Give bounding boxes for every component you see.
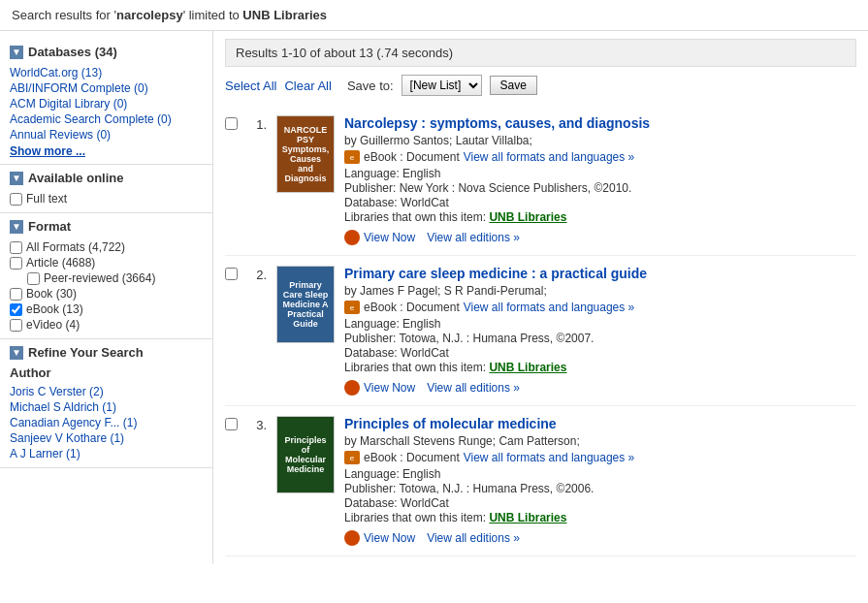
db-link-2[interactable]: ACM Digital Library (0) bbox=[10, 96, 203, 111]
result-title-2[interactable]: Primary care sleep medicine : a practica… bbox=[344, 266, 856, 281]
result-title-1[interactable]: Narcolepsy : symptoms, causes, and diagn… bbox=[344, 115, 856, 131]
db-link-0[interactable]: WorldCat.org (13) bbox=[10, 65, 203, 80]
unb-link-2[interactable]: UNB Libraries bbox=[489, 361, 566, 374]
full-text-label[interactable]: Full text bbox=[10, 191, 203, 206]
format-title: ▼ Format bbox=[10, 219, 203, 234]
format-all[interactable]: All Formats (4,722) bbox=[10, 239, 203, 255]
refine-title: ▼ Refine Your Search bbox=[10, 345, 203, 360]
clear-all-link[interactable]: Clear All bbox=[284, 79, 331, 93]
format-article-checkbox[interactable] bbox=[10, 257, 22, 270]
result-type-3: eBook : Document bbox=[364, 451, 460, 464]
format-evideo-checkbox[interactable] bbox=[10, 319, 22, 332]
format-link-3[interactable]: View all formats and languages » bbox=[464, 451, 635, 464]
result-details-1: Narcolepsy : symptoms, causes, and diagn… bbox=[344, 115, 856, 245]
author-link-1[interactable]: Michael S Aldrich (1) bbox=[10, 399, 203, 415]
result-libraries-2: Libraries that own this item: UNB Librar… bbox=[344, 361, 856, 374]
refine-section: ▼ Refine Your Search Author Joris C Vers… bbox=[0, 339, 212, 468]
result-publisher-1: Publisher: New York : Nova Science Publi… bbox=[344, 181, 856, 195]
databases-section: ▼ Databases (34) WorldCat.org (13) ABI/I… bbox=[0, 39, 212, 165]
show-more-link[interactable]: Show more ... bbox=[10, 144, 203, 158]
result-libraries-1: Libraries that own this item: UNB Librar… bbox=[344, 210, 856, 224]
result-checkbox-1[interactable] bbox=[225, 117, 238, 130]
select-all-link[interactable]: Select All bbox=[225, 79, 276, 93]
book-cover-1: NARCOLEPSY Symptoms, Causes and Diagnosi… bbox=[277, 116, 334, 192]
author-link-2[interactable]: Canadian Agency F... (1) bbox=[10, 415, 203, 430]
available-online-collapse-icon[interactable]: ▼ bbox=[10, 172, 23, 185]
ebook-icon-3: e bbox=[344, 451, 360, 464]
format-peer-reviewed[interactable]: Peer-reviewed (3664) bbox=[27, 270, 203, 286]
author-heading: Author bbox=[10, 365, 203, 380]
main-content: Results 1-10 of about 13 (.74 seconds) S… bbox=[213, 31, 868, 564]
result-publisher-2: Publisher: Totowa, N.J. : Humana Press, … bbox=[344, 332, 856, 345]
view-now-link-1[interactable]: View Now bbox=[364, 231, 415, 244]
result-details-3: Principles of molecular medicine by Mars… bbox=[344, 416, 856, 546]
result-item-2: 2. Primary Care Sleep Medicine A Practic… bbox=[225, 256, 856, 406]
result-language-3: Language: English bbox=[344, 467, 856, 481]
results-toolbar: Select All Clear All Save to: [New List]… bbox=[225, 75, 856, 96]
result-details-2: Primary care sleep medicine : a practica… bbox=[344, 266, 856, 396]
result-item-3: 3. Principles of Molecular Medicine Prin… bbox=[225, 406, 856, 556]
view-now-link-2[interactable]: View Now bbox=[364, 381, 415, 395]
db-link-annual-reviews[interactable]: Annual Reviews (0) bbox=[10, 127, 203, 143]
editions-link-2[interactable]: View all editions » bbox=[427, 381, 520, 395]
result-actions-3: View Now View all editions » bbox=[344, 530, 856, 546]
ebook-icon-1: e bbox=[344, 150, 360, 164]
format-ebook[interactable]: eBook (13) bbox=[10, 302, 203, 317]
author-section: Author Joris C Verster (2) Michael S Ald… bbox=[10, 365, 203, 461]
ebook-icon-2: e bbox=[344, 301, 360, 314]
result-database-2: Database: WorldCat bbox=[344, 346, 856, 360]
result-thumbnail-3: Principles of Molecular Medicine bbox=[276, 416, 335, 493]
format-collapse-icon[interactable]: ▼ bbox=[10, 220, 23, 234]
result-number-3: 3. bbox=[247, 416, 267, 432]
result-thumbnail-1: NARCOLEPSY Symptoms, Causes and Diagnosi… bbox=[276, 115, 335, 193]
format-book-checkbox[interactable] bbox=[10, 288, 22, 301]
save-to-select[interactable]: [New List] bbox=[402, 75, 482, 96]
search-header: Search results for 'narcolepsy' limited … bbox=[0, 0, 868, 31]
databases-title: ▼ Databases (34) bbox=[10, 45, 203, 59]
unb-link-3[interactable]: UNB Libraries bbox=[489, 511, 566, 524]
orange-circle-3 bbox=[344, 530, 360, 546]
result-author-3: by Marschall Stevens Runge; Cam Patterso… bbox=[344, 434, 856, 448]
full-text-checkbox[interactable] bbox=[10, 193, 22, 206]
author-link-0[interactable]: Joris C Verster (2) bbox=[10, 384, 203, 399]
refine-collapse-icon[interactable]: ▼ bbox=[10, 346, 23, 360]
format-article[interactable]: Article (4688) bbox=[10, 255, 203, 270]
result-publisher-3: Publisher: Totowa, N.J. : Humana Press, … bbox=[344, 482, 856, 495]
result-number-2: 2. bbox=[247, 266, 267, 282]
format-link-1[interactable]: View all formats and languages » bbox=[464, 150, 635, 164]
result-checkbox-2[interactable] bbox=[225, 268, 238, 280]
result-title-3[interactable]: Principles of molecular medicine bbox=[344, 416, 856, 431]
search-limit: UNB Libraries bbox=[242, 8, 327, 22]
editions-link-1[interactable]: View all editions » bbox=[427, 231, 520, 244]
format-section: ▼ Format All Formats (4,722) Article (46… bbox=[0, 213, 212, 339]
view-now-link-3[interactable]: View Now bbox=[364, 531, 415, 545]
available-online-title: ▼ Available online bbox=[10, 171, 203, 185]
format-all-checkbox[interactable] bbox=[10, 241, 22, 254]
author-link-4[interactable]: A J Larner (1) bbox=[10, 446, 203, 461]
result-type-row-1: e eBook : Document View all formats and … bbox=[344, 150, 856, 164]
author-link-3[interactable]: Sanjeev V Kothare (1) bbox=[10, 430, 203, 446]
unb-link-1[interactable]: UNB Libraries bbox=[489, 210, 566, 224]
db-link-3[interactable]: Academic Search Complete (0) bbox=[10, 111, 203, 127]
format-book[interactable]: Book (30) bbox=[10, 286, 203, 302]
result-type-2: eBook : Document bbox=[364, 301, 460, 314]
format-evideo[interactable]: eVideo (4) bbox=[10, 317, 203, 333]
db-link-1[interactable]: ABI/INFORM Complete (0) bbox=[10, 80, 203, 96]
result-type-row-3: e eBook : Document View all formats and … bbox=[344, 451, 856, 464]
result-number-1: 1. bbox=[247, 115, 267, 132]
result-item-1: 1. NARCOLEPSY Symptoms, Causes and Diagn… bbox=[225, 106, 856, 256]
result-type-1: eBook : Document bbox=[364, 150, 460, 164]
save-button[interactable]: Save bbox=[490, 76, 537, 95]
result-actions-2: View Now View all editions » bbox=[344, 380, 856, 396]
result-author-2: by James F Pagel; S R Pandi-Perumal; bbox=[344, 284, 856, 298]
collapse-icon[interactable]: ▼ bbox=[10, 46, 23, 59]
format-peer-reviewed-checkbox[interactable] bbox=[27, 272, 40, 285]
results-summary: Results 1-10 of about 13 (.74 seconds) bbox=[236, 46, 453, 60]
available-online-section: ▼ Available online Full text bbox=[0, 165, 212, 213]
editions-link-3[interactable]: View all editions » bbox=[427, 531, 520, 545]
save-to-label: Save to: bbox=[347, 79, 394, 93]
format-link-2[interactable]: View all formats and languages » bbox=[464, 301, 635, 314]
result-checkbox-3[interactable] bbox=[225, 418, 238, 430]
format-ebook-checkbox[interactable] bbox=[10, 303, 22, 316]
orange-circle-1 bbox=[344, 230, 360, 245]
